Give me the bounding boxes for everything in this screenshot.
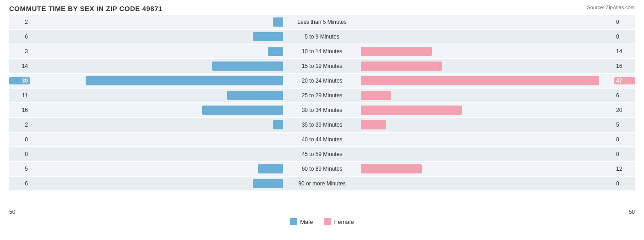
female-value: 0 [614,33,635,40]
female-bar-area [361,164,614,174]
female-bar-area [361,179,614,189]
chart-row: 6 5 to 9 Minutes 0 [9,30,635,44]
chart-row: 3 10 to 14 Minutes 14 [9,45,635,58]
male-bar-area [30,90,283,100]
row-center-label: 10 to 14 Minutes [283,48,361,55]
female-bar-area [361,134,614,145]
male-bar-area [30,164,283,174]
source-label: Source: ZipAtlas.com [587,5,635,10]
row-center-label: Less than 5 Minutes [283,19,361,25]
male-bar [273,120,283,129]
female-bar-area [361,120,614,130]
female-bar-area [361,46,614,56]
female-bar-area [361,90,614,100]
row-center-label: 45 to 59 Minutes [283,151,361,157]
male-value: 16 [9,107,30,113]
female-bar [361,61,442,71]
row-center-label: 60 to 89 Minutes [283,166,361,172]
male-bar [253,32,283,41]
female-bar [361,76,599,85]
male-bar [258,164,283,173]
chart-row: 11 25 to 29 Minutes 6 [9,89,635,102]
female-value: 12 [614,166,635,172]
female-value: 14 [614,48,635,55]
female-value: 20 [614,107,635,113]
male-bar [86,76,283,85]
female-value: 0 [614,180,635,187]
male-bar [273,17,283,27]
male-bar [253,179,283,188]
legend-female-box [324,218,331,225]
female-value: 6 [614,92,635,99]
row-center-label: 40 to 44 Minutes [283,136,361,143]
chart-row: 16 30 to 34 Minutes 20 [9,103,635,117]
female-bar [361,47,432,56]
male-value: 39 [9,77,30,84]
male-value: 0 [9,151,30,157]
chart-row: 2 Less than 5 Minutes 0 [9,15,635,29]
axis-left: 50 [9,209,15,215]
male-value: 14 [9,63,30,69]
chart-row: 2 35 to 39 Minutes 5 [9,118,635,132]
female-bar-area [361,149,614,159]
male-bar-area [30,105,283,115]
axis-right: 50 [629,209,635,215]
male-bar [212,61,283,71]
chart-row: 0 45 to 59 Minutes 0 [9,147,635,161]
female-value: 0 [614,19,635,25]
female-value: 47 [614,77,635,84]
male-value: 3 [9,48,30,55]
chart-area: 2 Less than 5 Minutes 0 6 5 to 9 Minutes… [9,15,635,208]
legend-male-label: Male [300,218,313,225]
male-bar [202,106,283,115]
male-value: 2 [9,122,30,128]
male-value: 2 [9,19,30,25]
male-value: 6 [9,180,30,187]
chart-row: 0 40 to 44 Minutes 0 [9,133,635,146]
row-center-label: 5 to 9 Minutes [283,33,361,40]
female-bar [361,164,422,173]
female-bar [361,106,462,115]
male-bar-area [30,32,283,42]
female-value: 5 [614,122,635,128]
male-bar-area [30,179,283,189]
male-bar-area [30,149,283,159]
male-bar [227,91,283,100]
chart-row: 6 90 or more Minutes 0 [9,177,635,190]
chart-container: COMMUTE TIME BY SEX IN ZIP CODE 49871 So… [0,0,644,240]
row-center-label: 15 to 19 Minutes [283,63,361,69]
legend-female: Female [324,218,354,225]
male-value: 6 [9,33,30,40]
female-value: 16 [614,63,635,69]
female-bar [361,91,391,100]
female-bar [361,120,386,129]
female-bar-area [361,76,614,86]
female-value: 0 [614,136,635,143]
male-bar-area [30,120,283,130]
male-bar-area [30,46,283,56]
row-center-label: 35 to 39 Minutes [283,122,361,128]
female-bar-area [361,32,614,42]
female-bar-area [361,17,614,27]
axis-labels: 50 50 [9,209,635,215]
male-bar-area [30,17,283,27]
male-bar-area [30,134,283,145]
legend-male-box [290,218,297,225]
legend: Male Female [9,218,635,225]
row-center-label: 30 to 34 Minutes [283,107,361,113]
chart-row: 14 15 to 19 Minutes 16 [9,59,635,73]
row-center-label: 90 or more Minutes [283,180,361,187]
row-center-label: 20 to 24 Minutes [283,78,361,84]
legend-male: Male [290,218,313,225]
row-center-label: 25 to 29 Minutes [283,92,361,99]
female-bar-area [361,61,614,71]
chart-title: COMMUTE TIME BY SEX IN ZIP CODE 49871 [9,5,635,12]
chart-row: 39 20 to 24 Minutes 47 [9,74,635,88]
male-bar-area [30,76,283,86]
male-value: 5 [9,166,30,172]
male-value: 11 [9,92,30,99]
chart-row: 5 60 to 89 Minutes 12 [9,162,635,176]
male-bar [268,47,283,56]
legend-female-label: Female [334,218,354,225]
male-value: 0 [9,136,30,143]
